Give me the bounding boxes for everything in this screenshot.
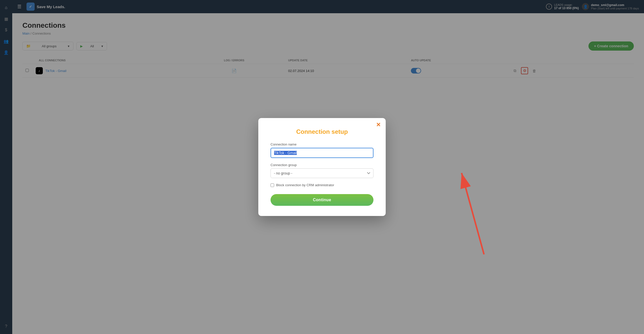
modal-close-button[interactable]: ✕ — [376, 122, 381, 128]
connection-name-input[interactable] — [271, 148, 373, 158]
modal-overlay[interactable]: ✕ Connection setup Connection name Conne… — [0, 0, 644, 334]
modal: ✕ Connection setup Connection name Conne… — [258, 118, 386, 216]
block-connection-row: Block connection by CRM administrator — [271, 183, 373, 187]
modal-title: Connection setup — [271, 128, 373, 135]
block-connection-label[interactable]: Block connection by CRM administrator — [276, 183, 334, 187]
continue-button[interactable]: Continue — [271, 194, 373, 206]
connection-group-label: Connection group — [271, 163, 373, 167]
block-connection-checkbox[interactable] — [271, 183, 274, 187]
connection-name-label: Connection name — [271, 142, 373, 146]
connection-group-select[interactable]: - no group - — [271, 168, 373, 178]
